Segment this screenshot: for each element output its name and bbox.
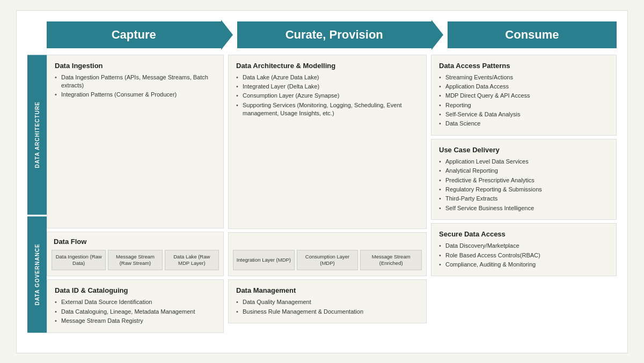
header-capture: Capture [47,21,221,48]
ingestion-title: Data Ingestion [55,62,216,70]
header-consume: Consume [448,21,617,48]
curate-gov-col: Data Management Data Quality Management … [228,279,427,332]
gov-side-label: Data Governance [27,217,47,333]
use-case-list: Application Level Data Services Analytic… [439,157,609,213]
header-curate: Curate, Provision [237,21,431,48]
curate-flow-card: Integration Layer (MDP) Consumption Laye… [228,232,427,277]
capture-gov-col: Data ID & Cataloguing External Data Sour… [47,279,224,332]
flow-title: Data Flow [52,238,219,246]
access-item-6: Data Science [439,119,609,128]
arch-side-label: Data Architecture [27,55,47,214]
access-title: Data Access Patterns [439,62,609,70]
use-case-item-6: Self Service Business Intelligence [439,204,609,213]
arch-item-2: Integrated Layer (Delta Lake) [236,82,419,91]
arch-item-1: Data Lake (Azure Data Lake) [236,73,419,82]
curate-flow-box-2: Consumption Layer (MDP) [297,250,358,271]
use-case-item-5: Third-Party Extracts [439,194,609,203]
management-title: Data Management [236,286,419,294]
flow-box-2: Message Stream (Raw Stream) [108,250,162,271]
access-item-3: MDP Direct Query & API Access [439,91,609,100]
columns-container: Data Ingestion Data Ingestion Patterns (… [47,55,617,333]
data-id-card: Data ID & Cataloguing External Data Sour… [47,279,224,332]
curate-label: Curate, Provision [286,28,383,42]
mgmt-item-1: Data Quality Management [236,298,419,307]
consume-col: Data Access Patterns Streaming Events/Ac… [431,55,617,277]
secure-access-card: Secure Data Access Data Discovery/Market… [431,223,617,276]
id-list: External Data Source Identification Data… [55,298,216,325]
mgmt-item-2: Business Rule Management & Documentation [236,307,419,316]
management-list: Data Quality Management Business Rule Ma… [236,298,419,316]
arch-item-4: Supporting Services (Monitoring, Logging… [236,101,419,118]
arch-row: Data Ingestion Data Ingestion Patterns (… [47,55,617,277]
id-item-1: External Data Source Identification [55,298,216,307]
consume-gov-spacer [431,279,617,332]
data-ingestion-card: Data Ingestion Data Ingestion Patterns (… [47,55,224,228]
access-item-5: Self-Service & Data Analysis [439,110,609,119]
ingestion-item-2: Integration Patterns (Consumer & Produce… [55,90,216,99]
capture-label: Capture [112,28,156,42]
secure-title: Secure Data Access [439,230,609,238]
main-content: Data Architecture Data Governance Data I… [27,55,617,333]
id-item-3: Message Stream Data Registry [55,316,216,325]
capture-arrow [221,20,233,50]
diagram-wrapper: Capture Curate, Provision Consume Data A… [16,10,628,353]
use-case-item-2: Analytical Reporting [439,166,609,175]
id-title: Data ID & Cataloguing [55,286,216,294]
data-flow-card: Data Flow Data Ingestion (Raw Data) Mess… [47,232,224,277]
access-item-4: Reporting [439,101,609,110]
header-row: Capture Curate, Provision Consume [47,21,617,48]
curate-flow-boxes: Integration Layer (MDP) Consumption Laye… [233,250,422,271]
curate-flow-box-3: Message Stream (Enriched) [360,250,422,271]
secure-item-2: Role Based Access Controls(RBAC) [439,251,609,260]
gov-row: Data ID & Cataloguing External Data Sour… [47,279,617,332]
secure-list: Data Discovery/Marketplace Role Based Ac… [439,241,609,269]
side-labels: Data Architecture Data Governance [27,55,47,333]
curate-arch-col: Data Architecture & Modelling Data Lake … [228,55,427,277]
secure-item-3: Compliance, Auditing & Monitoring [439,260,609,269]
use-case-item-1: Application Level Data Services [439,157,609,166]
arch-item-3: Consumption Layer (Azure Synapse) [236,91,419,100]
data-management-card: Data Management Data Quality Management … [228,279,427,323]
use-case-card: Use Case Delivery Application Level Data… [431,139,617,220]
capture-flow-boxes: Data Ingestion (Raw Data) Message Stream… [52,250,219,271]
access-item-2: Application Data Access [439,82,609,91]
architecture-title: Data Architecture & Modelling [236,62,419,70]
curate-arrow [431,20,443,50]
curate-flow-box-1: Integration Layer (MDP) [233,250,295,271]
consume-label: Consume [505,28,559,42]
ingestion-item-1: Data Ingestion Patterns (APIs, Message S… [55,73,216,91]
use-case-title: Use Case Delivery [439,146,609,154]
data-architecture-card: Data Architecture & Modelling Data Lake … [228,55,427,229]
use-case-item-3: Predictive & Prescriptive Analytics [439,176,609,185]
access-item-1: Streaming Events/Actions [439,73,609,82]
flow-box-1: Data Ingestion (Raw Data) [52,250,106,271]
secure-item-1: Data Discovery/Marketplace [439,241,609,250]
flow-box-3: Data Lake (Raw MDP Layer) [165,250,219,271]
use-case-item-4: Regulatory Reporting & Submissions [439,185,609,194]
id-item-2: Data Cataloguing, Lineage, Metadata Mana… [55,307,216,316]
ingestion-list: Data Ingestion Patterns (APIs, Message S… [55,73,216,100]
access-list: Streaming Events/Actions Application Dat… [439,73,609,129]
data-access-card: Data Access Patterns Streaming Events/Ac… [431,55,617,136]
capture-arch-col: Data Ingestion Data Ingestion Patterns (… [47,55,224,277]
architecture-list: Data Lake (Azure Data Lake) Integrated L… [236,73,419,118]
